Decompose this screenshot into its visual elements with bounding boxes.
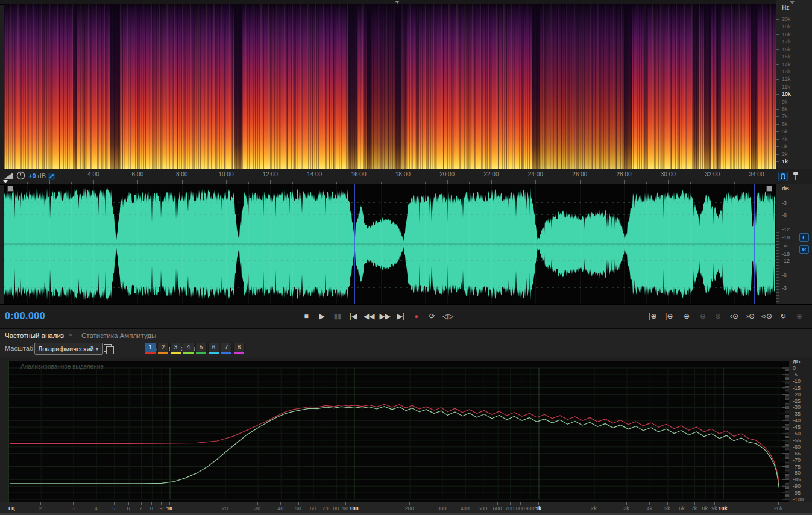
timeline-ruler[interactable]: +0 dB 4:006:008:0010:0012:0014:0016:0018… [0, 169, 812, 185]
channel-badge-r[interactable]: R [799, 245, 809, 254]
freq-tick [776, 109, 779, 110]
ruler-time-label: 4:00 [87, 171, 99, 178]
freq-tick-label: 9k [782, 99, 788, 105]
graph-db-label: -40 [793, 417, 801, 423]
volume-ramp-icon [4, 172, 13, 179]
snap-magnet-icon[interactable] [778, 172, 788, 181]
graph-freq-tick [280, 502, 281, 505]
zoom-in-button[interactable]: |⊕ [646, 310, 659, 323]
freq-tick-label: 6k [782, 121, 788, 127]
frame-hold-button-5[interactable]: 5 [195, 343, 207, 352]
ruler-time-label: 18:00 [395, 171, 411, 178]
gain-chip[interactable]: +0 dB [4, 171, 46, 180]
ruler-time-label: 34:00 [749, 171, 764, 178]
waveform-gridline [535, 184, 536, 304]
stop-button[interactable]: ■ [300, 310, 313, 323]
gain-value[interactable]: +0 [28, 172, 36, 179]
spectrogram-silence-band [716, 4, 721, 169]
graph-freq-label: 9k [711, 505, 717, 511]
db-tick-label: -∞ [782, 243, 787, 249]
waveform-display[interactable] [4, 184, 776, 304]
graph-freq-tick [354, 502, 354, 505]
frame-hold-button-8[interactable]: 8 [233, 343, 245, 352]
play-button[interactable]: ▶ [315, 310, 329, 323]
waveform-gridline [248, 184, 249, 304]
waveform-marker-line [354, 184, 355, 304]
marker-pin-icon[interactable] [792, 172, 799, 181]
frequency-plot[interactable] [8, 361, 789, 502]
tab-amplitude-statistics[interactable]: Статистика Амплитуды [81, 329, 156, 342]
frame-hold-button-3[interactable]: 3 [170, 343, 181, 352]
waveform-gridline [668, 184, 669, 304]
panel-menu-icon[interactable]: ≡ [68, 331, 72, 340]
fast-forward-button[interactable]: ▶▶ [378, 310, 391, 323]
graph-freq-tick [705, 502, 705, 505]
zoom-out-button[interactable]: |⊖ [663, 310, 676, 323]
rewind-button[interactable]: ◀◀ [362, 310, 376, 323]
playhead-line[interactable] [5, 4, 5, 169]
zoom-in-selection-button[interactable]: ‾⊕ [679, 310, 692, 323]
scale-dropdown[interactable]: Логарифмический ▼ [34, 343, 103, 355]
waveform-db-gridline [4, 275, 776, 275]
frame-hold-button-7[interactable]: 7 [221, 343, 232, 352]
spectrogram-display[interactable] [4, 4, 776, 169]
graph-freq-label: 800 [516, 505, 525, 511]
freq-tick [776, 94, 779, 95]
freq-tick-label: 7k [782, 113, 788, 119]
frame-hold-button-6[interactable]: 6 [208, 343, 219, 352]
zoom-selection-range-button[interactable]: ‹›⊙ [760, 310, 773, 323]
copy-settings-icon[interactable] [104, 344, 112, 352]
waveform-gridline [93, 184, 94, 304]
frame-hold-button-4[interactable]: 4 [183, 343, 194, 352]
skip-selection-button[interactable]: ◁▷ [441, 310, 455, 323]
freq-tick-label: 14k [782, 61, 791, 67]
zoom-full-button[interactable]: ⊕ [793, 310, 806, 323]
freq-tick [776, 146, 779, 147]
graph-freq-label: 700 [505, 505, 514, 511]
freq-tick-label: 10k [782, 91, 791, 97]
loop-playback-button[interactable]: ⟳ [426, 310, 439, 323]
graph-freq-tick [694, 502, 695, 505]
pin-playhead-icon[interactable] [47, 172, 55, 181]
spectrogram-frequency-scale[interactable]: Hz 20k19k18k17k16k15k14k13k12k11k10k9k8k… [776, 0, 812, 169]
time-display[interactable]: 0:00.000 [5, 311, 45, 322]
graph-freq-tick [161, 502, 162, 505]
freq-tick [776, 57, 779, 57]
spectrogram-silence-band [395, 4, 401, 169]
waveform-db-scale[interactable]: dB-3-6-12-18-∞-18-12-6-3LR [776, 184, 812, 304]
zoom-reset-button[interactable]: ↻ [776, 310, 790, 323]
playhead-caret-icon[interactable] [3, 180, 8, 183]
scale-adjust-icon[interactable] [790, 1, 795, 4]
zoom-toolbar: |⊕|⊖‾⊕‾⊖⊛‹⊙›⊙‹›⊙↻⊕ [646, 310, 806, 323]
waveform-gridline [646, 184, 647, 304]
skip-to-start-button[interactable]: |◀ [347, 310, 360, 323]
frame-hold-button-2[interactable]: 2 [157, 343, 169, 352]
graph-freq-label: 4 [95, 505, 98, 511]
playhead-line-waveform[interactable] [5, 184, 5, 304]
graph-freq-label: 7k [691, 505, 697, 511]
graph-db-axis: дБ 0-5-10-15-20-25-30-35-40-45-50-55-60-… [788, 357, 812, 502]
graph-freq-tick [483, 502, 483, 505]
zoom-selection-right-button[interactable]: ›⊙ [744, 310, 757, 323]
db-tick-label: dB [782, 186, 789, 192]
waveform-gridline [491, 184, 492, 304]
pause-button[interactable]: ▮▮ [331, 310, 344, 323]
zoom-out-selection-button[interactable]: ‾⊖ [695, 310, 708, 323]
fade-in-handle[interactable] [7, 186, 13, 192]
graph-freq-tick [626, 502, 627, 505]
fade-out-handle[interactable] [766, 186, 772, 192]
skip-to-end-button[interactable]: ▶| [394, 310, 408, 323]
spectrogram-silence-band [348, 4, 357, 169]
freq-tick-label: 15k [782, 54, 791, 60]
waveform-db-gridline [4, 229, 776, 229]
frame-hold-button-1[interactable]: 1 [145, 343, 156, 352]
navigator-playhead-icon[interactable] [395, 1, 400, 4]
zoom-selection-left-button[interactable]: ‹⊙ [728, 310, 741, 323]
frame-hold-color [196, 352, 206, 354]
graph-freq-tick [96, 502, 96, 505]
zoom-to-selection-button[interactable]: ⊛ [711, 310, 725, 323]
record-button[interactable]: ● [410, 310, 423, 323]
graph-freq-tick [778, 502, 779, 505]
channel-badge-l[interactable]: L [799, 233, 809, 242]
scale-label: Масштаб: [5, 345, 35, 352]
